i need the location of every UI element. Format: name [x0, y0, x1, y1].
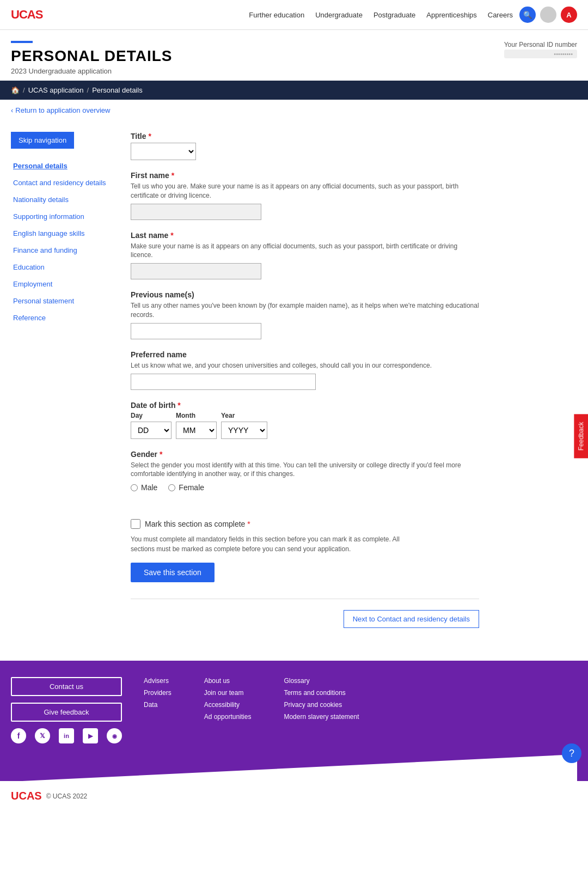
nav-undergraduate[interactable]: Undergraduate — [315, 11, 363, 19]
contact-us-button[interactable]: Contact us — [11, 677, 122, 696]
previous-names-label: Previous name(s) — [131, 290, 479, 299]
personal-id-value: ••••••••• — [504, 50, 577, 58]
linkedin-icon[interactable]: in — [59, 728, 74, 743]
footer-link-advisers[interactable]: Advisers — [144, 677, 171, 685]
feedback-tab[interactable]: Feedback — [574, 414, 588, 458]
search-button[interactable]: 🔍 — [519, 7, 536, 23]
gender-label: Gender * — [131, 450, 479, 459]
next-button[interactable]: Next to Contact and residency details — [344, 610, 479, 628]
footer-link-join-team[interactable]: Join our team — [204, 689, 252, 697]
sidebar-link-contact-residency[interactable]: Contact and residency details — [13, 179, 106, 187]
breadcrumb-personal-details: Personal details — [92, 86, 143, 94]
sidebar-link-supporting-info[interactable]: Supporting information — [13, 212, 84, 221]
dob-year-select[interactable]: YYYY — [221, 422, 267, 439]
gender-male-option[interactable]: Male — [131, 483, 157, 492]
save-section-button[interactable]: Save this section — [131, 563, 215, 582]
user-avatar[interactable]: A — [561, 7, 577, 23]
previous-names-hint: Tell us any other names you've been know… — [131, 301, 479, 320]
preferred-name-input[interactable] — [131, 374, 316, 390]
footer-link-terms[interactable]: Terms and conditions — [284, 689, 359, 697]
help-button[interactable]: ? — [562, 743, 581, 763]
dob-day-select[interactable]: DD — [131, 422, 171, 439]
footer-link-data[interactable]: Data — [144, 701, 171, 709]
sidebar-link-english-language[interactable]: English language skills — [13, 229, 85, 237]
facebook-icon[interactable]: f — [11, 728, 26, 743]
previous-names-input[interactable] — [131, 323, 261, 339]
last-name-input[interactable] — [131, 263, 261, 279]
sidebar-item-contact-residency[interactable]: Contact and residency details — [11, 174, 114, 191]
gender-female-option[interactable]: Female — [168, 483, 204, 492]
breadcrumb-ucas-application[interactable]: UCAS application — [28, 86, 84, 94]
dob-required: * — [177, 401, 180, 410]
gender-required: * — [160, 450, 162, 459]
nav-apprenticeships[interactable]: Apprenticeships — [426, 11, 477, 19]
sidebar: Skip navigation Personal details Contact… — [0, 121, 120, 639]
youtube-icon[interactable]: ▶ — [83, 728, 98, 743]
footer-link-accessibility[interactable]: Accessibility — [204, 701, 252, 709]
main-nav: Further education Undergraduate Postgrad… — [249, 11, 513, 19]
sidebar-item-personal-details[interactable]: Personal details — [11, 157, 114, 174]
instagram-icon[interactable]: ◉ — [107, 728, 122, 743]
svg-marker-0 — [11, 754, 577, 782]
sidebar-item-reference[interactable]: Reference — [11, 309, 114, 326]
nav-postgraduate[interactable]: Postgraduate — [373, 11, 415, 19]
sidebar-item-finance-funding[interactable]: Finance and funding — [11, 242, 114, 259]
sidebar-nav: Personal details Contact and residency d… — [11, 157, 114, 326]
nav-further-education[interactable]: Further education — [249, 11, 304, 19]
dob-label: Date of birth * — [131, 401, 479, 410]
first-name-required: * — [171, 171, 174, 180]
mark-complete-row: Mark this section as complete * — [131, 519, 479, 529]
sidebar-item-english-language[interactable]: English language skills — [11, 225, 114, 242]
dob-year-col: Year YYYY — [221, 412, 267, 439]
gender-female-radio[interactable] — [168, 484, 175, 491]
footer-bottom: UCAS © UCAS 2022 — [0, 781, 588, 811]
site-header: UCAS Further education Undergraduate Pos… — [0, 0, 588, 30]
mark-complete-checkbox[interactable] — [131, 519, 140, 529]
sidebar-link-personal-statement[interactable]: Personal statement — [13, 297, 74, 305]
sidebar-link-reference[interactable]: Reference — [13, 314, 46, 322]
gender-female-label: Female — [179, 483, 204, 492]
footer-link-providers[interactable]: Providers — [144, 689, 171, 697]
sidebar-link-finance-funding[interactable]: Finance and funding — [13, 246, 77, 254]
logo-as: AS — [27, 8, 43, 21]
last-name-required: * — [170, 231, 173, 240]
home-icon[interactable]: 🏠 — [11, 86, 20, 94]
twitter-icon[interactable]: 𝕏 — [35, 728, 50, 743]
title-select[interactable]: Mr Mrs Ms Miss Dr Prof — [131, 143, 196, 160]
footer-link-ad-opportunities[interactable]: Ad opportunities — [204, 713, 252, 721]
logo-uc: UC — [11, 8, 27, 21]
footer-link-glossary[interactable]: Glossary — [284, 677, 359, 685]
give-feedback-button[interactable]: Give feedback — [11, 703, 122, 722]
sidebar-item-employment[interactable]: Employment — [11, 276, 114, 292]
sidebar-link-personal-details[interactable]: Personal details — [13, 162, 68, 170]
avatar-letter: A — [566, 11, 571, 19]
footer-link-slavery[interactable]: Modern slavery statement — [284, 713, 359, 721]
footer-logo: UCAS — [11, 790, 42, 802]
dob-month-col: Month MM — [176, 412, 217, 439]
footer-top: Contact us Give feedback f 𝕏 in ▶ ◉ Advi… — [11, 677, 577, 743]
gender-male-radio[interactable] — [131, 484, 138, 491]
sidebar-link-employment[interactable]: Employment — [13, 280, 52, 288]
last-name-hint: Make sure your name is as it appears on … — [131, 242, 479, 260]
sidebar-item-education[interactable]: Education — [11, 259, 114, 276]
dob-row: Day DD Month MM Year YYYY — [131, 412, 479, 439]
sidebar-item-nationality[interactable]: Nationality details — [11, 191, 114, 208]
ucas-logo[interactable]: UCAS — [11, 8, 42, 22]
first-name-input[interactable] — [131, 204, 261, 220]
footer-link-privacy[interactable]: Privacy and cookies — [284, 701, 359, 709]
dob-month-select[interactable]: MM — [176, 422, 217, 439]
back-link[interactable]: ‹ Return to application overview — [11, 106, 577, 114]
sidebar-link-nationality[interactable]: Nationality details — [13, 196, 69, 204]
mark-complete-label[interactable]: Mark this section as complete * — [145, 520, 250, 528]
footer-col-2: About us Join our team Accessibility Ad … — [204, 677, 252, 721]
gender-hint: Select the gender you most identify with… — [131, 461, 479, 479]
breadcrumb: 🏠 / UCAS application / Personal details — [0, 81, 588, 100]
skip-navigation-button[interactable]: Skip navigation — [11, 132, 74, 149]
sidebar-link-education[interactable]: Education — [13, 263, 45, 271]
page-title-area: PERSONAL DETAILS 2023 Undergraduate appl… — [0, 30, 588, 81]
avatar-ghost — [540, 7, 556, 23]
sidebar-item-supporting-info[interactable]: Supporting information — [11, 208, 114, 225]
footer-link-about-us[interactable]: About us — [204, 677, 252, 685]
sidebar-item-personal-statement[interactable]: Personal statement — [11, 292, 114, 309]
nav-careers[interactable]: Careers — [488, 11, 513, 19]
